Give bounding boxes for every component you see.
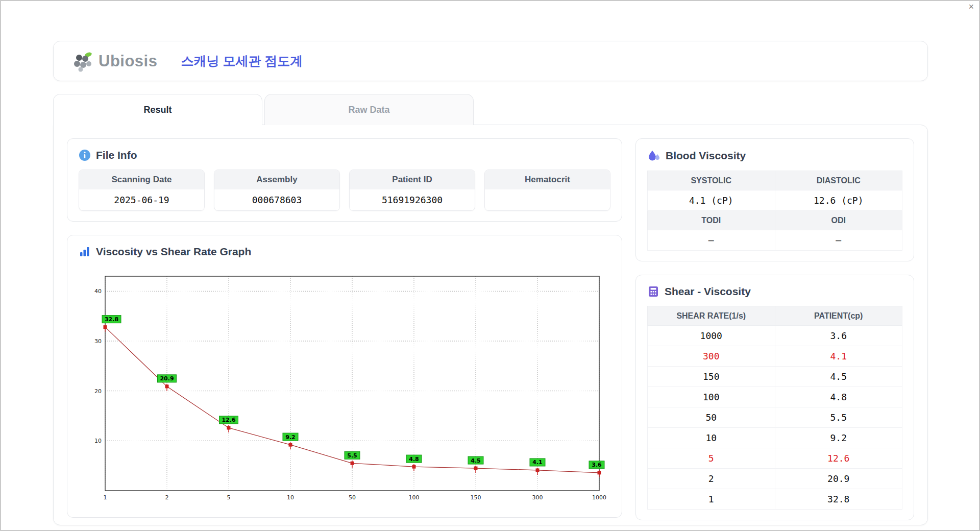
viscosity-chart: 102030401251050100150300100032.820.912.6… <box>82 268 607 507</box>
svg-text:5: 5 <box>227 494 231 501</box>
col-patient: PATIENT(cp) <box>775 306 902 326</box>
patient-cell: 4.1 <box>775 346 902 367</box>
left-column: File Info Scanning Date2025-06-19Assembl… <box>67 138 622 512</box>
section-title: File Info <box>96 149 137 161</box>
svg-text:50: 50 <box>349 494 356 501</box>
tab-result[interactable]: Result <box>53 94 262 125</box>
svg-text:32.8: 32.8 <box>105 316 118 323</box>
file-info-field-patient-id: Patient ID51691926300 <box>349 170 475 211</box>
app-header: Ubiosis 스캐닝 모세관 점도계 <box>53 41 928 81</box>
svg-text:4.1: 4.1 <box>532 459 543 466</box>
svg-text:20.9: 20.9 <box>160 375 174 382</box>
svg-text:2: 2 <box>165 494 169 501</box>
svg-text:100: 100 <box>409 494 420 501</box>
calculator-icon <box>647 285 659 298</box>
tab-bar: Result Raw Data <box>53 94 928 125</box>
logo-text: Ubiosis <box>99 52 157 70</box>
ubiosis-logo-icon <box>73 51 95 72</box>
section-title: Shear - Viscosity <box>665 285 751 298</box>
file-info-fields: Scanning Date2025-06-19Assembly000678603… <box>79 170 610 211</box>
file-info-field-assembly: Assembly000678603 <box>214 170 340 211</box>
bv-value-row: 4.1 (cP)12.6 (cP) <box>648 190 902 211</box>
droplet-icon <box>647 149 660 162</box>
tab-raw-data[interactable]: Raw Data <box>264 94 474 125</box>
bar-chart-icon <box>79 246 91 258</box>
bv-value-cell: 4.1 (cP) <box>648 190 775 211</box>
svg-text:1: 1 <box>104 494 107 501</box>
patient-cell: 32.8 <box>775 489 902 510</box>
bv-header-cell: DIASTOLIC <box>775 171 902 190</box>
shear-viscosity-table: SHEAR RATE(1/s) PATIENT(cp) 10003.63004.… <box>647 306 902 510</box>
svg-text:5.5: 5.5 <box>347 452 357 459</box>
svg-text:30: 30 <box>94 338 102 345</box>
patient-cell: 12.6 <box>775 448 902 469</box>
bv-header-row: TODIODI <box>648 211 902 230</box>
col-shear-rate: SHEAR RATE(1/s) <box>648 306 775 326</box>
shear-viscosity-card: Shear - Viscosity SHEAR RATE(1/s) PATIEN… <box>635 275 914 520</box>
patient-cell: 9.2 <box>775 428 902 448</box>
svg-text:10: 10 <box>287 494 294 501</box>
file-info-field-hematocrit: Hematocrit <box>484 170 610 211</box>
table-row: 109.2 <box>648 428 902 448</box>
shear-rate-cell: 50 <box>648 407 775 428</box>
section-title: Viscosity vs Shear Rate Graph <box>96 246 251 258</box>
svg-text:1000: 1000 <box>592 494 606 501</box>
patient-cell: 3.6 <box>775 326 902 346</box>
svg-text:10: 10 <box>94 438 102 444</box>
svg-text:300: 300 <box>532 494 543 501</box>
app: Ubiosis 스캐닝 모세관 점도계 Result Raw Data File… <box>53 41 928 525</box>
patient-cell: 4.8 <box>775 387 902 407</box>
shear-rate-cell: 2 <box>648 469 775 489</box>
bv-value-row: –– <box>648 230 902 251</box>
svg-text:12.6: 12.6 <box>222 417 235 423</box>
section-title: Blood Viscosity <box>666 150 746 162</box>
bv-value-cell: 12.6 (cP) <box>775 190 902 211</box>
field-value: 51691926300 <box>350 189 475 210</box>
svg-text:3.6: 3.6 <box>592 462 602 468</box>
patient-cell: 4.5 <box>775 367 902 387</box>
bv-header-cell: ODI <box>775 211 902 230</box>
bv-value-cell: – <box>775 230 902 251</box>
bv-header-cell: SYSTOLIC <box>648 171 775 190</box>
shear-rate-cell: 100 <box>648 387 775 407</box>
table-row: 1504.5 <box>648 367 902 387</box>
svg-text:4.5: 4.5 <box>471 457 481 464</box>
file-info-card: File Info Scanning Date2025-06-19Assembl… <box>67 138 622 222</box>
ubiosis-logo: Ubiosis <box>73 51 157 72</box>
blood-viscosity-card: Blood Viscosity SYSTOLICDIASTOLIC4.1 (cP… <box>635 138 914 261</box>
patient-cell: 20.9 <box>775 469 902 489</box>
right-column: Blood Viscosity SYSTOLICDIASTOLIC4.1 (cP… <box>635 138 914 512</box>
shear-rate-cell: 5 <box>648 448 775 469</box>
svg-text:4.8: 4.8 <box>409 456 419 463</box>
file-info-field-scanning-date: Scanning Date2025-06-19 <box>79 170 205 211</box>
table-row: 505.5 <box>648 407 902 428</box>
svg-text:40: 40 <box>94 288 102 295</box>
bv-header-cell: TODI <box>648 211 775 230</box>
shear-rate-cell: 1000 <box>648 326 775 346</box>
result-panel: File Info Scanning Date2025-06-19Assembl… <box>53 125 928 525</box>
field-value <box>485 189 610 210</box>
chart-area: 102030401251050100150300100032.820.912.6… <box>79 266 610 507</box>
page-title: 스캐닝 모세관 점도계 <box>181 53 303 69</box>
graph-card: Viscosity vs Shear Rate Graph 1020304012… <box>67 235 622 518</box>
field-value: 2025-06-19 <box>79 189 204 210</box>
shear-rate-cell: 1 <box>648 489 775 510</box>
shear-table-body: 10003.63004.11504.51004.8505.5109.2512.6… <box>648 326 902 510</box>
blood-viscosity-table: SYSTOLICDIASTOLIC4.1 (cP)12.6 (cP)TODIOD… <box>647 171 902 251</box>
shear-rate-cell: 300 <box>648 346 775 367</box>
field-label: Hematocrit <box>485 170 610 189</box>
field-value: 000678603 <box>214 189 339 210</box>
table-row: 3004.1 <box>648 346 902 367</box>
table-row: 512.6 <box>648 448 902 469</box>
blood-viscosity-table-body: SYSTOLICDIASTOLIC4.1 (cP)12.6 (cP)TODIOD… <box>648 171 902 251</box>
bv-value-cell: – <box>648 230 775 251</box>
info-icon <box>79 149 91 161</box>
svg-text:20: 20 <box>94 388 102 395</box>
close-icon[interactable]: × <box>968 2 974 11</box>
svg-text:150: 150 <box>471 494 481 501</box>
svg-text:9.2: 9.2 <box>285 434 296 441</box>
shear-rate-cell: 10 <box>648 428 775 448</box>
table-row: 220.9 <box>648 469 902 489</box>
shear-rate-cell: 150 <box>648 367 775 387</box>
patient-cell: 5.5 <box>775 407 902 428</box>
